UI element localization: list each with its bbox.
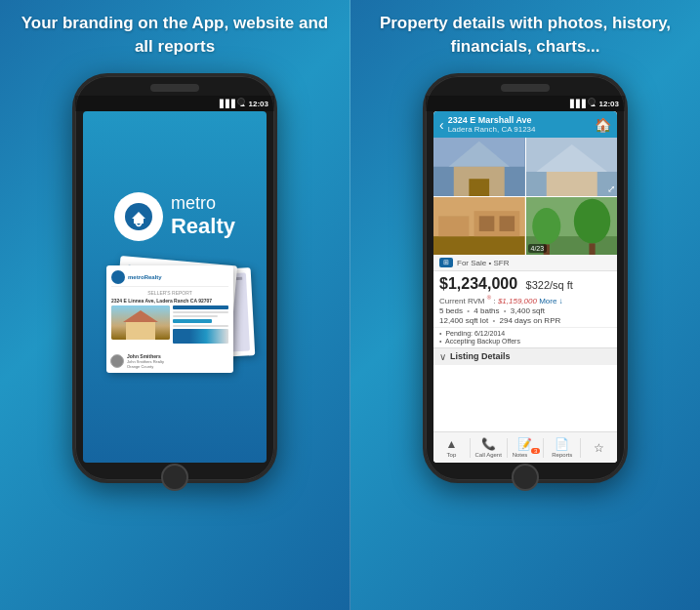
rvm-value: $1,159,000 [498,297,537,305]
agent-company: John Smithers Realty [127,359,164,364]
property-photos-grid: ⤢ [433,138,617,255]
expand-icon[interactable]: ⤢ [607,183,615,194]
report-line-1 [173,311,228,313]
report-papers: metroRealty SELLER'S REPORT 2324 E Linne… [97,256,253,383]
nav-top-button[interactable]: ▲ Top [433,437,470,458]
agent-avatar [110,354,124,368]
phone-bottom-right [426,463,625,492]
photo-cell-4[interactable]: 4/23 [526,197,618,256]
seller-report-label: SELLER'S REPORT [111,290,228,296]
lot-days: 12,400 sqft lot • 294 days on RPR [439,316,611,325]
left-panel: Your branding on the App, website and al… [0,0,350,610]
nav-notes-button[interactable]: 📝 Notes 3 [508,437,544,458]
price-main: $1,234,000 [439,275,517,292]
svg-point-21 [573,198,609,243]
report-bar-2 [173,319,212,323]
report-logo-icon [111,270,125,284]
nav-favorite-button[interactable]: ☆ [581,441,617,455]
status-pending: • Pending: 6/12/2014 [439,330,611,337]
lot-sqft: 12,400 sqft lot [439,316,488,325]
logo-realty: Realty [171,214,235,239]
property-status: • Pending: 6/12/2014 • Accepting Backup … [433,327,617,347]
app-logo: metro Realty [114,192,235,241]
rvm-more-link[interactable]: More ↓ [539,297,562,305]
nav-reports-button[interactable]: 📄 Reports [544,437,580,458]
phone-camera [237,98,245,105]
bottom-navigation: ▲ Top 📞 Call Agent 📝 Notes 3 [433,431,617,463]
report-bar-1 [173,305,228,309]
signal-icon-right: ▋▋▋ [570,100,588,108]
listing-details-header[interactable]: ∨ Listing Details [433,347,617,365]
property-city-state: Ladera Ranch, CA 91234 [448,125,591,134]
left-phone-screen: metro Realty [83,111,267,463]
status-backup: • Accepting Backup Offers [439,338,611,345]
report-logo-text: metroRealty [128,274,162,280]
phone-speaker-right [501,84,550,92]
home-button-right[interactable] [512,464,539,491]
notes-label: Notes 3 [513,452,539,458]
right-phone-screen: ‹ 2324 E Marshall Ave Ladera Ranch, CA 9… [433,111,617,463]
for-sale-label: For Sale • SFR [457,259,510,267]
report-house-image [111,305,170,340]
logo-icon [114,192,163,241]
agent-county: Orange County [127,364,164,369]
sqft-value: 3,400 sqft [511,306,545,315]
top-icon: ▲ [445,437,457,451]
nav-call-button[interactable]: 📞 Call Agent [471,437,507,458]
back-arrow-icon[interactable]: ‹ [439,117,444,133]
right-panel: Property details with photos, history, f… [350,0,700,610]
svg-rect-10 [546,172,597,196]
svg-point-19 [532,208,560,244]
reports-label: Reports [552,452,572,458]
home-button-left[interactable] [161,464,188,491]
property-address: 2324 E Marshall Ave Ladera Ranch, CA 912… [448,115,591,134]
photo-cell-3[interactable] [433,197,525,256]
property-header: ‹ 2324 E Marshall Ave Ladera Ranch, CA 9… [433,111,617,138]
listing-type-badge: ⊞ [439,258,453,267]
agent-info: John Smithers John Smithers Realty Orang… [110,353,229,369]
svg-rect-12 [433,236,525,255]
rvm-label: Current RVM [439,297,485,305]
left-phone-mockup: ▋▋▋ ▲ 12:03 [72,73,277,483]
report-line-2 [173,315,218,317]
status-time-right: 12:03 [599,100,619,108]
property-details: 5 beds • 4 baths • 3,400 sqft 12,400 sqf… [433,305,617,327]
photo-cell-2[interactable]: ⤢ [526,138,618,196]
property-street: 2324 E Marshall Ave [448,115,591,125]
report-line-3 [173,325,228,327]
report-chart [173,329,228,344]
reports-icon: 📄 [555,437,569,451]
listing-details-label: Listing Details [450,351,511,361]
svg-rect-15 [479,216,495,231]
property-price-section: $1,234,000 $322/sq ft [433,271,617,295]
report-address: 2324 E Linnea Ave, Ladera Ranch CA 92707 [111,298,228,304]
photo-cell-1[interactable] [433,138,525,196]
svg-rect-22 [589,243,595,255]
phone-speaker [150,84,199,92]
right-phone-mockup: ▋▋▋ ▲ 12:03 ‹ 2324 E Marshall Ave Ladera… [423,73,628,483]
property-screen: ‹ 2324 E Marshall Ave Ladera Ranch, CA 9… [433,111,617,463]
top-label: Top [447,452,457,458]
beds-baths-sqft: 5 beds • 4 baths • 3,400 sqft [439,306,611,315]
call-label: Call Agent [475,452,502,458]
notes-badge: 3 [531,448,540,454]
days-on-rpr: 294 days on RPR [500,316,561,325]
price-per-sqft: $322/sq ft [526,279,573,291]
rvm-section: Current RVM ® : $1,159,000 More ↓ [433,295,617,305]
signal-icon: ▋▋▋ [220,100,237,108]
status-time-left: 12:03 [249,100,268,108]
report-paper-main: metroRealty SELLER'S REPORT 2324 E Linne… [106,265,233,373]
app-logo-screen: metro Realty [83,111,267,463]
baths-count: 4 baths [474,306,499,315]
phone-camera-right [588,98,596,105]
agent-name: John Smithers [127,353,164,359]
report-header: metroRealty [111,270,228,287]
phone-icon: 📞 [481,437,496,451]
kitchen-photo [433,197,525,256]
svg-rect-16 [500,216,515,231]
logo-metro: metro [171,193,216,213]
svg-rect-6 [469,179,489,195]
property-badges: ⊞ For Sale • SFR [433,255,617,271]
right-panel-title: Property details with photos, history, f… [350,0,700,66]
star-icon: ☆ [594,441,604,455]
